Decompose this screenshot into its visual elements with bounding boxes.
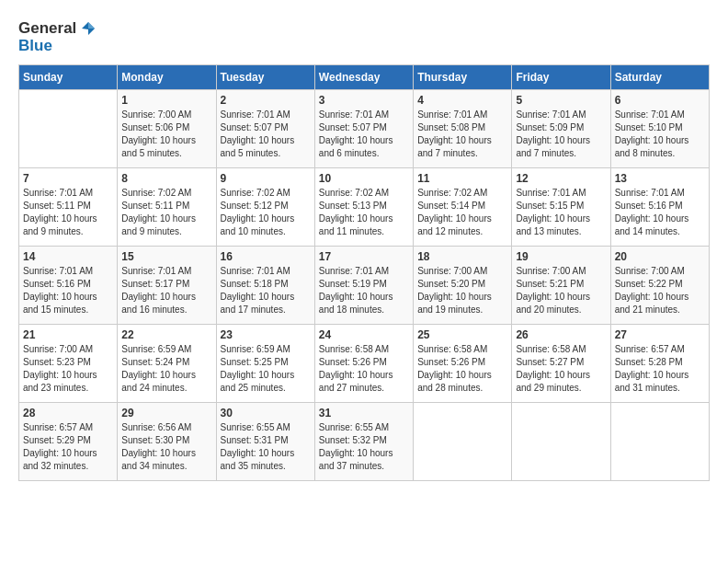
day-info: Sunrise: 7:01 AMSunset: 5:19 PMDaylight:… — [319, 265, 409, 316]
calendar-cell: 14Sunrise: 7:01 AMSunset: 5:16 PMDayligh… — [19, 247, 118, 325]
svg-marker-1 — [88, 22, 95, 29]
day-header-wednesday: Wednesday — [314, 65, 413, 90]
day-info: Sunrise: 7:02 AMSunset: 5:11 PMDaylight:… — [121, 187, 211, 238]
calendar-cell: 28Sunrise: 6:57 AMSunset: 5:29 PMDayligh… — [19, 403, 118, 481]
day-info: Sunrise: 7:01 AMSunset: 5:07 PMDaylight:… — [221, 109, 311, 160]
day-info: Sunrise: 7:00 AMSunset: 5:06 PMDaylight:… — [121, 109, 211, 160]
logo: General Blue — [18, 18, 98, 55]
calendar-week-5: 28Sunrise: 6:57 AMSunset: 5:29 PMDayligh… — [19, 403, 710, 481]
day-number: 24 — [319, 328, 409, 341]
day-number: 18 — [417, 250, 507, 263]
day-number: 13 — [615, 172, 705, 185]
calendar-week-1: 1Sunrise: 7:00 AMSunset: 5:06 PMDaylight… — [19, 90, 710, 168]
calendar-cell — [610, 403, 709, 481]
day-info: Sunrise: 7:01 AMSunset: 5:08 PMDaylight:… — [417, 109, 507, 160]
day-header-thursday: Thursday — [414, 65, 512, 90]
calendar-cell: 21Sunrise: 7:00 AMSunset: 5:23 PMDayligh… — [19, 325, 118, 403]
day-number: 9 — [221, 172, 311, 185]
day-header-tuesday: Tuesday — [216, 65, 314, 90]
day-number: 15 — [121, 250, 211, 263]
day-info: Sunrise: 6:59 AMSunset: 5:25 PMDaylight:… — [221, 343, 311, 395]
calendar-cell: 20Sunrise: 7:00 AMSunset: 5:22 PMDayligh… — [610, 247, 709, 325]
day-info: Sunrise: 7:02 AMSunset: 5:13 PMDaylight:… — [319, 187, 409, 238]
calendar-cell: 12Sunrise: 7:01 AMSunset: 5:15 PMDayligh… — [512, 168, 610, 247]
calendar-cell: 10Sunrise: 7:02 AMSunset: 5:13 PMDayligh… — [314, 168, 413, 247]
calendar-cell: 18Sunrise: 7:00 AMSunset: 5:20 PMDayligh… — [414, 247, 512, 325]
day-info: Sunrise: 6:59 AMSunset: 5:24 PMDaylight:… — [121, 343, 211, 395]
day-number: 23 — [221, 328, 311, 341]
calendar-cell: 6Sunrise: 7:01 AMSunset: 5:10 PMDaylight… — [610, 90, 709, 168]
calendar-body: 1Sunrise: 7:00 AMSunset: 5:06 PMDaylight… — [19, 90, 710, 481]
calendar-cell: 24Sunrise: 6:58 AMSunset: 5:26 PMDayligh… — [314, 325, 413, 403]
day-info: Sunrise: 6:58 AMSunset: 5:26 PMDaylight:… — [417, 343, 507, 395]
day-info: Sunrise: 7:01 AMSunset: 5:18 PMDaylight:… — [221, 265, 311, 316]
calendar-cell: 17Sunrise: 7:01 AMSunset: 5:19 PMDayligh… — [314, 247, 413, 325]
day-number: 27 — [615, 328, 705, 341]
day-info: Sunrise: 7:01 AMSunset: 5:15 PMDaylight:… — [516, 187, 606, 238]
logo-general-text: General — [18, 19, 76, 38]
day-number: 4 — [417, 94, 507, 107]
logo-blue-text: Blue — [18, 37, 52, 55]
day-number: 3 — [319, 94, 409, 107]
calendar-cell: 29Sunrise: 6:56 AMSunset: 5:30 PMDayligh… — [118, 403, 216, 481]
calendar-cell: 23Sunrise: 6:59 AMSunset: 5:25 PMDayligh… — [216, 325, 314, 403]
calendar-cell: 13Sunrise: 7:01 AMSunset: 5:16 PMDayligh… — [610, 168, 709, 247]
calendar-cell — [414, 403, 512, 481]
calendar-cell: 25Sunrise: 6:58 AMSunset: 5:26 PMDayligh… — [414, 325, 512, 403]
day-number: 12 — [516, 172, 606, 185]
day-info: Sunrise: 7:01 AMSunset: 5:17 PMDaylight:… — [121, 265, 211, 316]
day-info: Sunrise: 7:02 AMSunset: 5:14 PMDaylight:… — [417, 187, 507, 238]
day-number: 8 — [121, 172, 211, 185]
calendar-cell: 11Sunrise: 7:02 AMSunset: 5:14 PMDayligh… — [414, 168, 512, 247]
calendar-week-3: 14Sunrise: 7:01 AMSunset: 5:16 PMDayligh… — [19, 247, 710, 325]
logo-bird-icon — [78, 18, 98, 39]
day-number: 25 — [417, 328, 507, 341]
calendar-week-4: 21Sunrise: 7:00 AMSunset: 5:23 PMDayligh… — [19, 325, 710, 403]
day-header-sunday: Sunday — [19, 65, 118, 90]
calendar-cell: 26Sunrise: 6:58 AMSunset: 5:27 PMDayligh… — [512, 325, 610, 403]
day-number: 17 — [319, 250, 409, 263]
day-info: Sunrise: 6:56 AMSunset: 5:30 PMDaylight:… — [121, 421, 211, 473]
calendar-cell: 3Sunrise: 7:01 AMSunset: 5:07 PMDaylight… — [314, 90, 413, 168]
day-info: Sunrise: 7:00 AMSunset: 5:20 PMDaylight:… — [417, 265, 507, 316]
day-info: Sunrise: 7:01 AMSunset: 5:07 PMDaylight:… — [319, 109, 409, 160]
calendar-cell — [19, 90, 118, 168]
day-info: Sunrise: 7:01 AMSunset: 5:16 PMDaylight:… — [615, 187, 705, 238]
day-number: 11 — [417, 172, 507, 185]
calendar-cell: 4Sunrise: 7:01 AMSunset: 5:08 PMDaylight… — [414, 90, 512, 168]
calendar-cell: 7Sunrise: 7:01 AMSunset: 5:11 PMDaylight… — [19, 168, 118, 247]
calendar-cell: 1Sunrise: 7:00 AMSunset: 5:06 PMDaylight… — [118, 90, 216, 168]
calendar-cell: 30Sunrise: 6:55 AMSunset: 5:31 PMDayligh… — [216, 403, 314, 481]
day-number: 10 — [319, 172, 409, 185]
calendar-week-2: 7Sunrise: 7:01 AMSunset: 5:11 PMDaylight… — [19, 168, 710, 247]
day-info: Sunrise: 6:57 AMSunset: 5:29 PMDaylight:… — [23, 421, 113, 473]
calendar-header: SundayMondayTuesdayWednesdayThursdayFrid… — [19, 65, 710, 90]
day-info: Sunrise: 7:01 AMSunset: 5:11 PMDaylight:… — [23, 187, 113, 238]
calendar-cell: 15Sunrise: 7:01 AMSunset: 5:17 PMDayligh… — [118, 247, 216, 325]
calendar-cell: 22Sunrise: 6:59 AMSunset: 5:24 PMDayligh… — [118, 325, 216, 403]
calendar-table: SundayMondayTuesdayWednesdayThursdayFrid… — [18, 64, 710, 481]
day-info: Sunrise: 6:55 AMSunset: 5:31 PMDaylight:… — [221, 421, 311, 473]
day-header-friday: Friday — [512, 65, 610, 90]
day-number: 19 — [516, 250, 606, 263]
day-info: Sunrise: 7:01 AMSunset: 5:10 PMDaylight:… — [615, 109, 705, 160]
day-info: Sunrise: 6:58 AMSunset: 5:27 PMDaylight:… — [516, 343, 606, 395]
day-number: 20 — [615, 250, 705, 263]
day-info: Sunrise: 6:57 AMSunset: 5:28 PMDaylight:… — [615, 343, 705, 395]
day-number: 30 — [221, 407, 311, 419]
day-info: Sunrise: 6:55 AMSunset: 5:32 PMDaylight:… — [319, 421, 409, 473]
day-number: 29 — [121, 407, 211, 419]
calendar-cell: 16Sunrise: 7:01 AMSunset: 5:18 PMDayligh… — [216, 247, 314, 325]
day-header-saturday: Saturday — [610, 65, 709, 90]
day-info: Sunrise: 7:00 AMSunset: 5:21 PMDaylight:… — [516, 265, 606, 316]
day-number: 6 — [615, 94, 705, 107]
calendar-cell: 8Sunrise: 7:02 AMSunset: 5:11 PMDaylight… — [118, 168, 216, 247]
day-info: Sunrise: 7:02 AMSunset: 5:12 PMDaylight:… — [221, 187, 311, 238]
calendar-cell: 5Sunrise: 7:01 AMSunset: 5:09 PMDaylight… — [512, 90, 610, 168]
day-info: Sunrise: 7:01 AMSunset: 5:09 PMDaylight:… — [516, 109, 606, 160]
day-number: 28 — [23, 407, 113, 419]
day-header-monday: Monday — [118, 65, 216, 90]
day-number: 2 — [221, 94, 311, 107]
calendar-cell: 31Sunrise: 6:55 AMSunset: 5:32 PMDayligh… — [314, 403, 413, 481]
day-number: 22 — [121, 328, 211, 341]
